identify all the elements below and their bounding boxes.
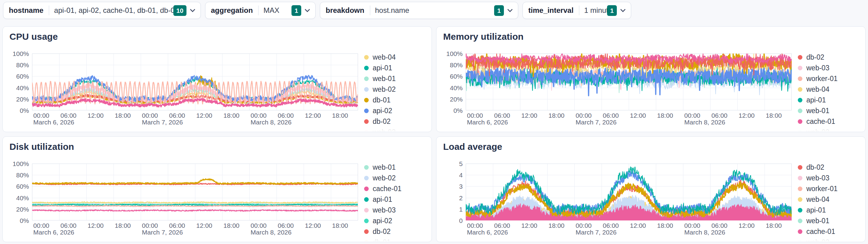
legend-dot <box>798 197 802 202</box>
legend-item-web-02[interactable]: web-02 <box>362 86 425 93</box>
x-axis-tick-label: 06:00 <box>494 222 510 229</box>
x-axis-tick-label: 18:00 <box>657 112 673 119</box>
legend-item-web-01[interactable]: web-01 <box>362 164 425 171</box>
x-axis-tick-label: 00:00 <box>142 222 158 229</box>
x-axis-tick-label: 18:00 <box>766 112 782 119</box>
legend-label: cache-01 <box>806 117 835 126</box>
x-axis-tick-label: 06:00 <box>60 112 76 119</box>
legend-item-web-04[interactable]: web-04 <box>796 196 859 203</box>
x-axis-tick-label: 12:00 <box>305 112 321 119</box>
y-axis-tick-label: 80% <box>450 61 463 69</box>
legend-label: web-02 <box>373 85 396 93</box>
legend-label: web-01 <box>806 217 829 225</box>
filter-breakdown[interactable]: breakdown host.name 1 <box>320 2 518 19</box>
legend-item-db-01[interactable]: db-01 <box>362 96 425 104</box>
legend-item-worker-01[interactable]: worker-01 <box>796 75 859 82</box>
x-axis-tick-label: 06:00 <box>169 222 185 229</box>
legend-dot <box>798 208 802 213</box>
legend-dot <box>798 66 802 70</box>
legend-item-web-04[interactable]: web-04 <box>362 54 425 61</box>
filter-hostname-count-badge: 10 <box>173 5 186 16</box>
chevron-down-icon[interactable] <box>189 7 196 14</box>
legend-item-db-02[interactable]: db-02 <box>362 228 425 235</box>
x-axis-date-label: March 8, 2026 <box>684 119 725 126</box>
legend-item-cache-01[interactable]: cache-01 <box>796 228 859 235</box>
x-axis-tick-label: 00:00 <box>467 222 483 229</box>
filter-hostname-value: api-01, api-02, cache-01, db-01, db-0... <box>49 6 173 15</box>
chevron-down-icon[interactable] <box>619 7 627 14</box>
filter-time-interval[interactable]: time_interval 1 minute 1 <box>523 2 631 19</box>
legend-item-web-04[interactable]: web-04 <box>796 86 859 93</box>
filter-aggregation[interactable]: aggregation MAX 1 <box>205 2 316 19</box>
legend-item-web-02[interactable]: web-02 <box>796 129 859 132</box>
legend-item-api-01[interactable]: api-01 <box>362 64 425 72</box>
chevron-down-icon[interactable] <box>304 7 311 14</box>
legend-dot <box>364 240 369 242</box>
legend-item-web-01[interactable]: web-01 <box>796 217 859 224</box>
x-axis-tick-label: 12:00 <box>305 222 321 229</box>
legend-label: web-02 <box>373 174 396 182</box>
filter-breakdown-label: breakdown <box>320 6 370 15</box>
panel-title: CPU usage <box>9 31 425 42</box>
legend-item-api-01[interactable]: api-01 <box>796 96 859 104</box>
y-axis: 100%80%60%40%20%0% <box>9 164 32 220</box>
chevron-down-icon[interactable] <box>506 7 514 14</box>
y-axis: 100%80%60%40%20%0% <box>9 54 32 110</box>
legend-item-worker-01[interactable]: worker-01 <box>796 185 859 192</box>
disk-utilization-chart-canvas[interactable] <box>32 164 358 220</box>
x-axis-tick-label: 06:00 <box>60 222 76 229</box>
legend-item-db-02[interactable]: db-02 <box>796 54 859 61</box>
legend-item-web-01[interactable]: web-01 <box>796 107 859 114</box>
x-axis-tick-label: 00:00 <box>33 112 50 119</box>
memory-utilization-chart-canvas[interactable] <box>466 54 792 110</box>
filter-hostname[interactable]: hostname api-01, api-02, cache-01, db-01… <box>3 2 201 19</box>
legend-label: web-03 <box>806 64 829 72</box>
legend-item-web-03[interactable]: web-03 <box>362 207 425 214</box>
y-axis-tick-label: 80% <box>16 61 29 69</box>
y-axis-tick-label: 0% <box>454 107 463 114</box>
legend-label: db-02 <box>373 117 391 126</box>
legend-dot <box>798 219 802 223</box>
legend-item-web-01[interactable]: web-01 <box>362 75 425 82</box>
y-axis-tick-label: 100% <box>12 160 29 167</box>
panel-cpu-usage: CPU usage 100%80%60%40%20%0% 00:0006:001… <box>2 26 432 132</box>
cpu-usage-chart-canvas[interactable] <box>32 54 358 110</box>
x-axis: 00:0006:0012:0018:0000:0006:0012:0018:00… <box>32 220 358 236</box>
legend-label: db-02 <box>373 227 391 236</box>
legend-item-web-02[interactable]: web-02 <box>796 239 859 242</box>
load-average-chart-canvas[interactable] <box>466 164 792 220</box>
legend-item-db-02[interactable]: db-02 <box>362 118 425 125</box>
x-axis-tick-label: 18:00 <box>115 222 131 229</box>
x-axis-tick-label: 06:00 <box>711 112 727 119</box>
legend-label: cache-01 <box>373 185 402 193</box>
x-axis-tick-label: 18:00 <box>223 112 240 119</box>
legend-item-api-02[interactable]: api-02 <box>362 217 425 224</box>
y-axis-tick-label: 5 <box>459 160 463 167</box>
x-axis-date-label: March 7, 2026 <box>142 119 183 126</box>
x-axis: 00:0006:0012:0018:0000:0006:0012:0018:00… <box>32 110 358 126</box>
x-axis-tick-label: 18:00 <box>115 112 131 119</box>
legend-dot <box>364 176 369 181</box>
legend-item-api-02[interactable]: api-02 <box>362 107 425 114</box>
legend-item-api-01[interactable]: api-01 <box>362 196 425 203</box>
y-axis-tick-label: 20% <box>16 206 29 213</box>
legend-item-web-03[interactable]: web-03 <box>362 129 425 132</box>
legend-item-db-02[interactable]: db-02 <box>796 164 859 171</box>
legend-item-web-03[interactable]: web-03 <box>796 64 859 72</box>
x-axis-tick-label: 00:00 <box>684 112 701 119</box>
legend-item-db-01[interactable]: db-01 <box>362 239 425 242</box>
legend-item-api-01[interactable]: api-01 <box>796 207 859 214</box>
legend-dot <box>364 87 369 92</box>
filter-time-interval-value: 1 minute <box>579 6 607 15</box>
legend-item-web-03[interactable]: web-03 <box>796 174 859 182</box>
legend-dot <box>798 77 802 81</box>
legend-item-cache-01[interactable]: cache-01 <box>362 185 425 192</box>
legend-label: web-04 <box>373 54 396 61</box>
legend-label: web-03 <box>373 128 396 132</box>
legend: web-01web-02cache-01api-01web-03api-02db… <box>362 164 425 242</box>
legend-label: worker-01 <box>806 185 837 193</box>
legend-dot <box>364 165 369 170</box>
legend-item-cache-01[interactable]: cache-01 <box>796 118 859 125</box>
legend-label: api-02 <box>373 217 392 225</box>
legend-item-web-02[interactable]: web-02 <box>362 174 425 182</box>
